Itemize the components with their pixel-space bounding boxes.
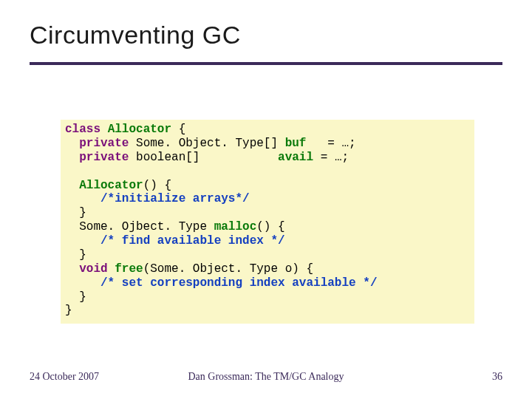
name-free: free xyxy=(115,262,143,276)
comment: /* set corresponding index available */ xyxy=(100,276,377,290)
txt: = …; xyxy=(306,137,355,150)
txt xyxy=(65,276,100,290)
txt: } xyxy=(65,290,86,304)
kw-class: class xyxy=(65,123,100,136)
txt xyxy=(65,179,79,192)
txt xyxy=(65,262,79,276)
txt: boolean[] xyxy=(129,151,278,164)
txt: } xyxy=(65,248,86,262)
comment: /*initialize arrays*/ xyxy=(100,192,250,205)
slide-title: Circumventing GC xyxy=(30,21,241,50)
txt: } xyxy=(65,304,72,317)
kw-void: void xyxy=(79,262,107,276)
slide: Circumventing GC class Allocator { priva… xyxy=(0,0,532,399)
txt xyxy=(65,137,79,150)
name-allocator: Allocator xyxy=(108,123,171,136)
txt: (Some. Object. Type o) { xyxy=(143,262,313,276)
txt: Some. Ojbect. Type xyxy=(65,220,214,233)
name-avail: avail xyxy=(278,151,313,164)
name-malloc: malloc xyxy=(214,220,257,233)
name-ctor: Allocator xyxy=(79,179,143,192)
txt xyxy=(65,151,79,164)
kw-private: private xyxy=(79,151,129,164)
footer-author: Dan Grossman: The TM/GC Analogy xyxy=(0,371,532,383)
title-rule xyxy=(30,62,502,65)
txt: Some. Object. Type[] xyxy=(129,137,284,150)
txt xyxy=(65,234,100,248)
txt xyxy=(65,192,100,205)
code-block: class Allocator { private Some. Object. … xyxy=(61,120,474,324)
txt: { xyxy=(171,123,185,136)
footer-pagenum: 36 xyxy=(492,371,502,383)
txt xyxy=(108,262,115,276)
txt: () { xyxy=(143,179,171,192)
name-buf: buf xyxy=(285,137,307,150)
kw-private: private xyxy=(79,137,129,150)
comment: /* find available index */ xyxy=(100,234,285,248)
txt: = …; xyxy=(313,151,349,164)
txt: } xyxy=(65,206,86,219)
txt: () { xyxy=(256,220,284,233)
txt xyxy=(100,123,108,136)
